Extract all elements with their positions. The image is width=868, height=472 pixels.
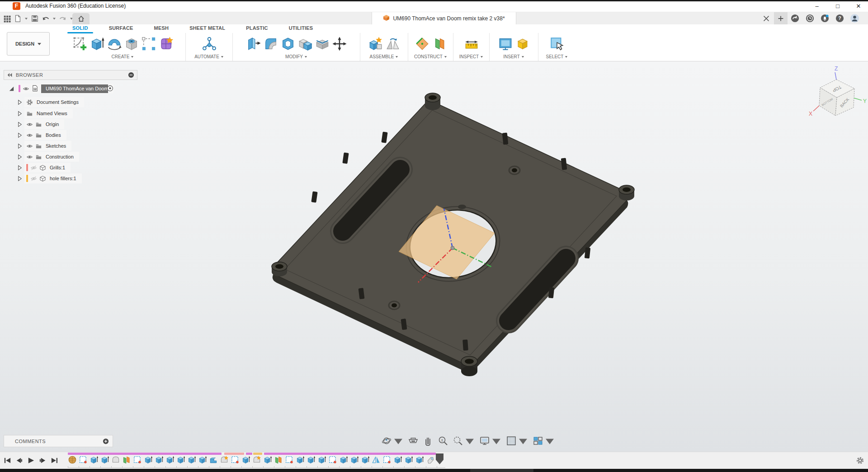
timeline-feature-extrude[interactable] [307,455,316,464]
play-icon[interactable] [27,457,35,464]
timeline-feature-extrude[interactable] [393,455,402,464]
browser-item-sketches[interactable]: Sketches [4,141,137,151]
visibility-eye-off-icon[interactable] [30,164,37,171]
expand-arrow-icon[interactable] [16,175,23,182]
timeline-settings-gear-icon[interactable] [856,456,864,465]
timeline-feature-extrude[interactable] [241,455,250,464]
orbit-icon[interactable] [381,435,404,446]
timeline-group-bar[interactable] [264,453,436,455]
viewport[interactable]: TOP BOTTOM BACK Z Y X BROWSER UM690 Th [0,61,868,452]
timeline-feature-extrude[interactable] [361,455,370,464]
caret-down-icon[interactable] [393,435,404,446]
browser-item-origin[interactable]: Origin [4,119,137,129]
timeline-feature-sketch[interactable] [285,455,294,464]
browser-item-grills-1[interactable]: Grills:1 [4,163,137,173]
expand-arrow-icon[interactable] [8,85,15,92]
step-forward-icon[interactable] [39,457,47,464]
expand-arrow-icon[interactable] [16,99,23,105]
gear-icon [26,99,33,106]
color-swatch [19,85,20,92]
timeline-feature-extrude[interactable] [415,455,424,464]
timeline-group-bar[interactable] [246,453,252,455]
browser-root-label[interactable]: UM690 ThomAce van Doom r... [41,84,108,93]
grid-settings-icon[interactable] [506,435,528,446]
skip-to-end-icon[interactable] [51,457,58,464]
timeline-feature-extrude[interactable] [90,455,99,464]
visibility-eye-icon[interactable] [26,154,33,160]
expand-arrow-icon[interactable] [16,164,23,171]
origin-point[interactable] [451,246,454,250]
collapse-panel-icon[interactable] [7,72,13,78]
visibility-eye-off-icon[interactable] [30,175,37,182]
activate-component-radio[interactable] [107,85,114,93]
visibility-eye-icon[interactable] [23,85,29,92]
caret-down-icon[interactable] [464,435,475,446]
timeline-feature-extrude[interactable] [187,455,196,464]
timeline-feature-eraser[interactable] [426,455,435,464]
viewcube[interactable]: TOP BOTTOM BACK Z Y X [805,63,868,122]
viewports-icon[interactable] [533,435,555,446]
timeline-feature-sketch[interactable] [231,455,240,464]
timeline-feature-sketch[interactable] [328,455,337,464]
timeline-feature-join[interactable] [209,455,218,464]
corner-post [272,262,287,276]
timeline-feature-mirror[interactable] [372,455,381,464]
step-back-icon[interactable] [15,457,23,464]
timeline-feature-extrude[interactable] [165,455,175,464]
fusion360-window: F Autodesk Fusion 360 (Education License… [0,0,868,472]
browser-item-document-settings[interactable]: Document Settings [4,97,137,107]
expand-arrow-icon[interactable] [16,132,23,138]
browser-root-component[interactable]: UM690 ThomAce van Doom r... [4,84,137,93]
timeline-feature-extrude[interactable] [350,455,359,464]
fit-icon[interactable] [453,435,475,446]
timeline-position-marker[interactable] [436,453,443,465]
caret-down-icon[interactable] [544,435,555,446]
caret-down-icon[interactable] [518,435,528,446]
timeline-feature-sketch[interactable] [382,455,392,464]
visibility-eye-icon[interactable] [26,143,33,150]
timeline-feature-extrude[interactable] [155,455,164,464]
expand-arrow-icon[interactable] [16,143,23,149]
browser-item-named-views[interactable]: Named Views [4,108,137,118]
visibility-eye-icon[interactable] [26,121,33,128]
browser-item-hole-fillers-1[interactable]: hole fillers:1 [4,173,137,183]
timeline-feature-extrude[interactable] [317,455,326,464]
browser-item-construction[interactable]: Construction [4,152,137,162]
timeline-feature-sketch[interactable] [133,455,142,464]
expand-arrow-icon[interactable] [16,154,23,160]
timeline-track[interactable] [68,466,445,468]
timeline-feature-extrude[interactable] [144,455,153,464]
timeline-feature-extrude[interactable] [100,455,109,464]
caret-down-icon[interactable] [491,435,502,446]
visibility-eye-icon[interactable] [26,132,33,139]
browser-item-label: Document Settings [37,99,79,105]
panel-menu-icon[interactable] [128,72,134,78]
timeline-feature-extrude[interactable] [404,455,413,464]
timeline-feature-extrude[interactable] [263,455,272,464]
timeline-group-bar[interactable] [68,453,222,455]
skip-to-start-icon[interactable] [4,457,11,464]
timeline-group-bar[interactable] [224,453,244,455]
timeline-feature-base-body[interactable] [68,455,77,464]
browser-item-bodies[interactable]: Bodies [4,130,137,140]
timeline-feature-extrude[interactable] [339,455,348,464]
timeline-feature-extrude[interactable] [176,455,185,464]
timeline-feature-planes[interactable] [274,455,283,464]
timeline-feature-sketch[interactable] [79,455,88,464]
timeline-group-bar[interactable] [253,453,262,455]
timeline-feature-dome-star[interactable] [252,455,261,464]
timeline-feature-dome[interactable] [111,455,120,464]
timeline-feature-extrude[interactable] [198,455,207,464]
comments-bar[interactable]: COMMENTS [4,435,113,447]
folder-icon [35,154,42,160]
zoom-icon[interactable]: ± [438,435,448,446]
pan-icon[interactable] [423,435,434,446]
display-settings-icon[interactable] [479,435,502,446]
look-at-icon[interactable] [408,435,419,446]
add-comment-icon[interactable] [103,438,109,444]
timeline-feature-extrude[interactable] [296,455,305,464]
timeline-feature-planes[interactable] [122,455,131,464]
expand-arrow-icon[interactable] [16,110,23,117]
timeline-feature-dome-star[interactable] [220,455,229,464]
expand-arrow-icon[interactable] [16,121,23,127]
